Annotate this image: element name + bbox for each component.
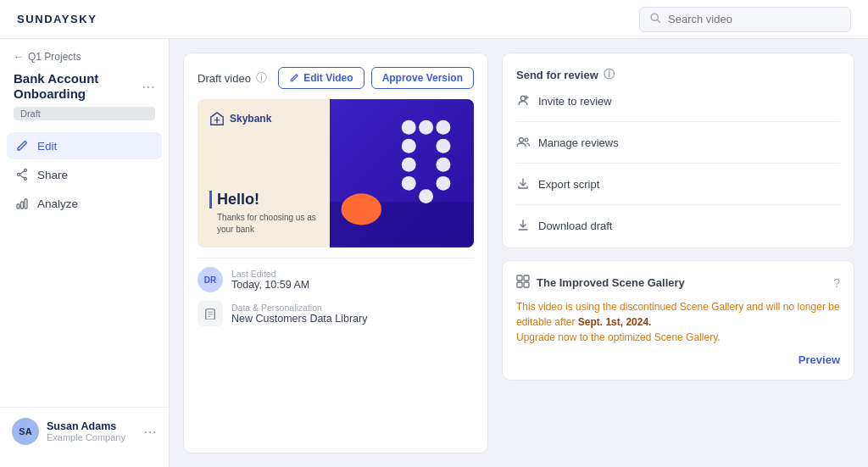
- share-icon: [15, 168, 29, 181]
- user-name: Susan Adams: [47, 420, 125, 432]
- review-info-icon[interactable]: ⓘ: [604, 67, 615, 82]
- approve-label: Approve Version: [382, 72, 463, 84]
- gallery-grid-icon: [516, 275, 530, 291]
- svg-point-19: [402, 158, 416, 172]
- svg-rect-34: [517, 282, 522, 287]
- search-input[interactable]: [668, 13, 840, 25]
- svg-line-1: [658, 19, 660, 22]
- preview-text-area: Hello! Thanks for choosing us as your ba…: [209, 126, 318, 236]
- share-label: Share: [37, 169, 68, 181]
- user-info: SA Susan Adams Example Company: [12, 418, 125, 445]
- preview-sub: Thanks for choosing us as your bank: [209, 212, 318, 236]
- preview-hello: Hello!: [209, 191, 318, 208]
- svg-rect-35: [524, 282, 529, 287]
- export-icon: [516, 177, 530, 191]
- svg-line-5: [19, 171, 24, 175]
- abstract-u-shape: [330, 99, 474, 247]
- approve-version-button[interactable]: Approve Version: [371, 67, 474, 89]
- data-label: Data & Personalization: [231, 303, 367, 313]
- download-label: Download draft: [538, 220, 612, 232]
- search-icon: [650, 12, 661, 27]
- last-edited-label: Last Edited: [231, 269, 309, 279]
- svg-point-21: [402, 176, 416, 191]
- invite-label: Invite to review: [538, 95, 612, 108]
- more-options-icon[interactable]: ⋯: [142, 79, 155, 95]
- svg-point-15: [420, 120, 434, 135]
- svg-point-14: [402, 120, 416, 135]
- gallery-warning-text: This video is using the discontinued Sce…: [516, 301, 840, 328]
- main-layout: ← Q1 Projects Bank Account Onboarding ⋯ …: [0, 39, 868, 467]
- video-card: Draft video ⓘ Edit Video Approve Version: [183, 53, 488, 453]
- last-edited-group: Last Edited Today, 10:59 AM: [231, 269, 309, 291]
- gallery-warning-suffix: Upgrade now to the optimized Scene Galle…: [516, 331, 721, 343]
- svg-point-18: [437, 139, 451, 153]
- draft-badge: Draft: [14, 107, 155, 120]
- gallery-title-label: The Improved Scene Gallery: [537, 276, 685, 289]
- invite-icon: [516, 94, 530, 108]
- data-value: New Customers Data Library: [231, 313, 367, 325]
- data-icon-box: [198, 301, 223, 326]
- user-more-icon[interactable]: ⋯: [143, 424, 157, 440]
- svg-point-22: [420, 189, 434, 203]
- header: SUNDAYSKY: [0, 0, 868, 39]
- review-actions: Invite to review Man: [516, 92, 840, 234]
- review-card: Send for review ⓘ Invite to rev: [502, 53, 854, 248]
- logo: SUNDAYSKY: [17, 13, 97, 25]
- gallery-card: The Improved Scene Gallery ? This video …: [502, 260, 854, 381]
- sidebar-item-edit[interactable]: Edit: [7, 132, 162, 159]
- edit-icon: [15, 139, 29, 153]
- export-script-item[interactable]: Export script: [516, 175, 840, 192]
- skybank-label: Skybank: [230, 113, 271, 125]
- breadcrumb-label: Q1 Projects: [28, 51, 81, 63]
- project-title: Bank Account Onboarding: [14, 71, 142, 102]
- data-lib-group: Data & Personalization New Customers Dat…: [231, 303, 367, 325]
- skybank-logo: Skybank: [209, 111, 318, 126]
- search-bar[interactable]: [639, 7, 851, 32]
- gallery-help-icon[interactable]: ?: [833, 276, 840, 290]
- user-details: Susan Adams Example Company: [47, 420, 125, 442]
- edit-video-button[interactable]: Edit Video: [278, 67, 364, 89]
- last-edited-value: Today, 10:59 AM: [231, 279, 309, 291]
- download-draft-item[interactable]: Download draft: [516, 217, 840, 234]
- nav-items: Edit Share: [0, 132, 169, 217]
- manage-icon: [516, 136, 530, 149]
- svg-rect-32: [517, 275, 522, 281]
- svg-rect-33: [524, 275, 529, 281]
- gallery-preview-link[interactable]: Preview: [516, 353, 840, 366]
- review-section-title: Send for review ⓘ: [516, 67, 840, 82]
- svg-point-20: [437, 158, 451, 172]
- analyze-label: Analyze: [37, 197, 78, 210]
- back-arrow[interactable]: ←: [14, 51, 24, 63]
- preview-right-bg: [330, 99, 474, 247]
- svg-point-4: [18, 174, 20, 176]
- sidebar-footer: SA Susan Adams Example Company ⋯: [0, 407, 169, 455]
- right-panel: Send for review ⓘ Invite to rev: [502, 53, 854, 453]
- manage-label: Manage reviews: [538, 136, 619, 149]
- svg-point-16: [437, 120, 451, 135]
- gallery-header: The Improved Scene Gallery ?: [516, 275, 840, 291]
- breadcrumb[interactable]: ← Q1 Projects: [0, 51, 169, 71]
- invite-review-item[interactable]: Invite to review: [516, 92, 840, 109]
- skybank-logo-icon: [209, 111, 225, 126]
- svg-point-2: [25, 170, 27, 172]
- content-area: Draft video ⓘ Edit Video Approve Version: [170, 39, 868, 467]
- download-icon: [516, 219, 530, 232]
- gallery-warning: This video is using the discontinued Sce…: [516, 299, 840, 345]
- info-icon[interactable]: ⓘ: [256, 70, 267, 86]
- svg-point-29: [520, 96, 526, 101]
- svg-line-6: [19, 175, 24, 179]
- svg-point-24: [342, 193, 381, 225]
- manage-reviews-item[interactable]: Manage reviews: [516, 134, 840, 151]
- export-label: Export script: [538, 178, 599, 191]
- svg-rect-7: [17, 204, 19, 208]
- avatar: SA: [12, 418, 39, 445]
- sidebar-item-analyze[interactable]: Analyze: [7, 190, 162, 217]
- gallery-title-row: The Improved Scene Gallery: [516, 275, 685, 291]
- sidebar-item-share[interactable]: Share: [7, 161, 162, 188]
- user-company: Example Company: [47, 432, 125, 442]
- preview-right: [330, 99, 474, 247]
- pencil-icon: [289, 73, 299, 83]
- review-title-label: Send for review: [516, 69, 598, 81]
- svg-rect-9: [25, 199, 27, 208]
- video-preview: Skybank Hello! Thanks for choosing us as…: [198, 99, 474, 247]
